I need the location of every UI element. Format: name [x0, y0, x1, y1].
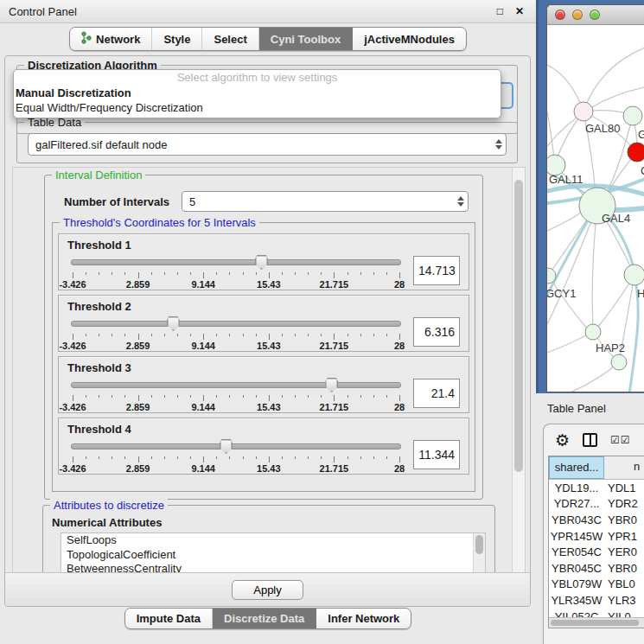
- algorithm-option-manual-discretization[interactable]: Manual Discretization: [14, 86, 501, 100]
- tick-mark: [295, 334, 296, 336]
- slider-handle[interactable]: [325, 378, 338, 392]
- slider-handle[interactable]: [167, 316, 180, 331]
- attribute-item-selfloops[interactable]: SelfLoops: [61, 533, 485, 548]
- column-header-shared[interactable]: shared...: [549, 456, 604, 479]
- tick-label: 28: [394, 341, 405, 351]
- apply-bar: Apply: [5, 572, 530, 606]
- tick-label: 28: [394, 279, 405, 290]
- tab-label: jActiveMNodules: [364, 33, 455, 46]
- table-row[interactable]: YBR045CYBR0: [549, 560, 644, 577]
- tab-select[interactable]: Select: [202, 28, 258, 50]
- threshold-value-field[interactable]: 11.344: [413, 440, 460, 469]
- network-node-pink[interactable]: [574, 102, 593, 121]
- network-edge[interactable]: [566, 362, 619, 392]
- tick-mark: [177, 395, 178, 398]
- cell-shared-name: YIL052C: [549, 610, 604, 617]
- tick-mark: [269, 395, 270, 401]
- scrollbar-thumb[interactable]: [514, 180, 523, 472]
- network-node-label: GAL11: [549, 173, 583, 186]
- threshold-slider[interactable]: -3.4262.8599.14415.4321.71528: [71, 438, 401, 473]
- tick-mark: [386, 395, 387, 398]
- threshold-value-field[interactable]: 21.4: [413, 379, 460, 408]
- tick-mark: [360, 395, 361, 398]
- tick-label: 2.859: [126, 463, 150, 474]
- network-canvas[interactable]: GAL80GACGAL11GAL4GCY1HHAP2: [547, 25, 644, 392]
- threshold-value-field[interactable]: 6.316: [413, 317, 460, 347]
- network-edge[interactable]: [547, 206, 597, 324]
- numerical-attributes-label: Numerical Attributes: [52, 516, 494, 529]
- network-node-green[interactable]: [623, 106, 642, 125]
- table-row[interactable]: YIL052CYIL0: [549, 609, 644, 617]
- slider-tick-labels: -3.4262.8599.14415.4321.71528: [73, 463, 399, 474]
- split-view-icon[interactable]: [583, 433, 597, 447]
- tick-mark: [308, 456, 309, 459]
- tab-cyni-toolbox[interactable]: Cyni Toolbox: [259, 28, 353, 50]
- tick-mark: [151, 456, 152, 459]
- tab-style[interactable]: Style: [152, 28, 202, 50]
- checkbox-icons[interactable]: ☑☑: [610, 434, 631, 446]
- number-of-intervals-combobox[interactable]: 5: [182, 191, 469, 212]
- cell-name: YBL0: [604, 577, 644, 590]
- network-edge[interactable]: [583, 48, 644, 112]
- gear-icon[interactable]: ⚙: [555, 432, 570, 449]
- table-row[interactable]: YDL19...YDL1: [549, 480, 644, 496]
- attribute-item-topologicalcoefficient[interactable]: TopologicalCoefficient: [61, 548, 485, 563]
- slider-handle[interactable]: [255, 255, 268, 270]
- threshold-value-field[interactable]: 14.713: [413, 256, 460, 285]
- table-row[interactable]: YBR043CYBR0: [549, 512, 644, 528]
- algorithm-option-equal-width-frequency-discretization[interactable]: Equal Width/Frequency Discretization: [14, 100, 501, 115]
- threshold-slider[interactable]: -3.4262.8599.14415.4321.71528: [71, 377, 401, 411]
- network-node-green[interactable]: [585, 324, 601, 340]
- network-node-green[interactable]: [624, 265, 644, 285]
- table-row[interactable]: YPR145WYPR1: [549, 528, 644, 545]
- table-panel-window: ⚙ ☑☑ shared...n YDL19...YDL1YDR27...YDR2…: [543, 424, 644, 644]
- table-row[interactable]: YBL079WYBL0: [549, 577, 644, 593]
- tab-jactivemnodules[interactable]: jActiveMNodules: [353, 28, 466, 50]
- tick-mark: [112, 334, 112, 336]
- table-row[interactable]: YDR27...YDR2: [549, 496, 644, 513]
- apply-button[interactable]: Apply: [232, 580, 303, 600]
- network-edge[interactable]: [550, 277, 588, 329]
- threshold-slider[interactable]: -3.4262.8599.14415.4321.71528: [71, 254, 401, 289]
- tab-network[interactable]: Network: [70, 28, 152, 50]
- tick-mark: [203, 395, 204, 401]
- table-header-row: shared...n: [549, 456, 644, 480]
- network-edge-highlighted[interactable]: [547, 210, 594, 295]
- tab-label: Select: [214, 33, 246, 46]
- tick-mark: [99, 272, 99, 275]
- tick-mark: [216, 456, 217, 459]
- network-edge[interactable]: [547, 212, 582, 231]
- tab-discretize-data[interactable]: Discretize Data: [213, 609, 316, 628]
- network-node-label: C: [641, 164, 644, 177]
- cell-name: YLR3: [604, 594, 644, 607]
- network-node-green[interactable]: [611, 354, 627, 370]
- float-icon[interactable]: □: [497, 5, 503, 17]
- tick-mark: [308, 334, 309, 336]
- column-header-n[interactable]: n: [604, 456, 644, 479]
- tab-infer-network[interactable]: Infer Network: [316, 609, 411, 628]
- tick-mark: [282, 395, 283, 398]
- tab-impute-data[interactable]: Impute Data: [125, 609, 213, 628]
- tick-mark: [177, 334, 178, 336]
- tick-mark: [386, 272, 387, 275]
- minimize-traffic-light-icon[interactable]: [572, 10, 583, 20]
- table-row[interactable]: YER054CYER0: [549, 544, 644, 560]
- network-node-red[interactable]: [628, 143, 644, 162]
- tick-mark: [256, 334, 257, 336]
- zoom-traffic-light-icon[interactable]: [590, 10, 600, 20]
- scrollbar-thumb[interactable]: [551, 620, 639, 626]
- close-icon[interactable]: ✕: [515, 5, 524, 17]
- table-row[interactable]: YLR345WYLR3: [549, 592, 644, 609]
- tick-label: 15.43: [257, 402, 281, 412]
- tick-label: 15.43: [257, 279, 281, 290]
- tick-mark: [334, 272, 335, 278]
- scrollbar-thumb[interactable]: [475, 535, 483, 554]
- slider-handle[interactable]: [220, 439, 233, 454]
- threshold-slider[interactable]: -3.4262.8599.14415.4321.71528: [71, 316, 401, 350]
- tick-mark: [282, 334, 283, 336]
- control-panel: Control Panel □ ✕ NetworkStyleSelectCyni…: [0, 0, 536, 644]
- slider-ticks: [73, 272, 399, 279]
- table-data-combobox[interactable]: galFiltered.sif default node: [28, 133, 507, 156]
- close-traffic-light-icon[interactable]: [555, 10, 565, 20]
- combobox-value: 5: [182, 195, 454, 208]
